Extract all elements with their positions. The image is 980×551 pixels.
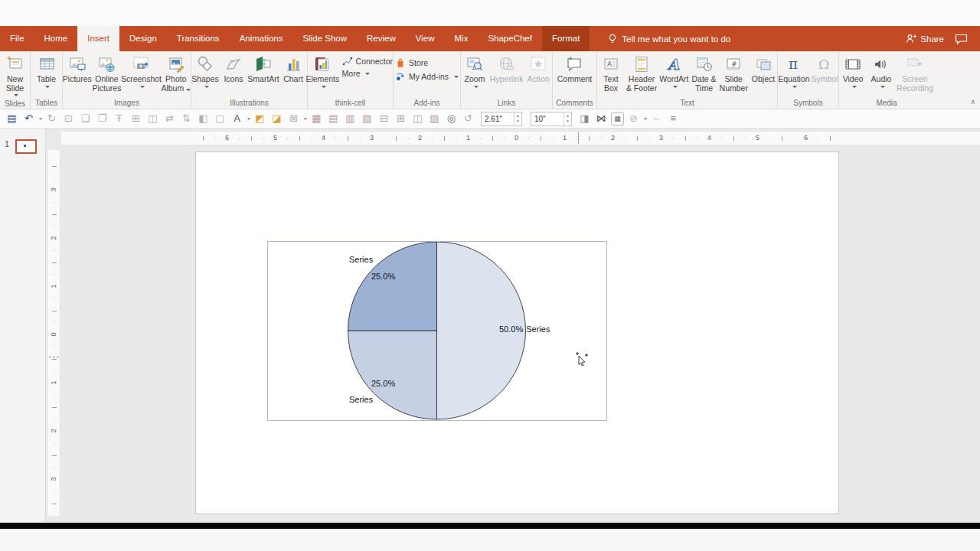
screenshot-icon: [132, 54, 150, 75]
merge-shapes-icon[interactable]: ◨: [577, 112, 592, 126]
save-icon[interactable]: ▤: [5, 112, 19, 126]
share-button[interactable]: Share: [906, 34, 944, 44]
hruler-dot: [239, 139, 240, 139]
height-field[interactable]: 10"▲▼: [531, 112, 572, 126]
screenshot-dropdown: [140, 86, 145, 88]
collapse-ribbon-icon[interactable]: ∧: [970, 98, 975, 106]
width-field[interactable]: 2.61"▲▼: [481, 112, 522, 126]
hruler-dot: [528, 139, 529, 139]
elements-button[interactable]: Elements: [308, 53, 338, 90]
audio-button[interactable]: Audio: [867, 53, 895, 90]
share-label: Share: [920, 34, 944, 44]
shadow-text-icon-dropdown[interactable]: [247, 118, 250, 120]
connector-icon: [342, 57, 353, 66]
equation-button[interactable]: π Equation: [778, 53, 810, 90]
hruler-dot: [673, 139, 674, 139]
hruler-number: 4: [321, 134, 327, 142]
wordart-icon: A: [665, 54, 683, 75]
pie-slice-25-percent-bottom[interactable]: [348, 331, 437, 419]
comments-pane-icon[interactable]: [955, 34, 968, 44]
vertical-ruler[interactable]: 3210123: [47, 150, 60, 516]
tab-mix[interactable]: Mix: [445, 26, 479, 51]
undo-icon[interactable]: ↶: [21, 112, 36, 126]
tab-slide-show[interactable]: Slide Show: [293, 26, 358, 51]
chart-button[interactable]: Chart: [279, 53, 307, 85]
online-pictures-button[interactable]: OnlinePictures: [93, 53, 122, 93]
date-time-button[interactable]: Date &Time: [691, 53, 718, 93]
pie-label-bottom-series: Series: [349, 395, 373, 404]
tab-strip: FileHomeInsertDesignTransitionsAnimation…: [0, 26, 590, 51]
flip-shape-icon[interactable]: ⋈: [594, 112, 609, 126]
smartart-button[interactable]: SmartArt: [248, 53, 279, 85]
screenshot-button[interactable]: Screenshot: [122, 53, 160, 90]
tab-view[interactable]: View: [406, 26, 445, 51]
shapes-button[interactable]: Shapes: [191, 53, 219, 90]
more-button[interactable]: More: [342, 69, 393, 78]
ribbon-group-tables: Table Tables: [31, 51, 63, 109]
tell-me-box[interactable]: Tell me what you want to do: [597, 26, 741, 51]
photo-album-button[interactable]: PhotoAlbum: [162, 53, 191, 93]
table-rows-icon: ⊟: [377, 112, 391, 126]
zoom-button[interactable]: Zoom: [461, 53, 488, 90]
hruler-dot: [215, 139, 216, 139]
hruler-dot: [601, 139, 602, 139]
tab-file[interactable]: File: [0, 26, 34, 51]
text-box-button[interactable]: A TextBox: [597, 53, 625, 93]
table-button[interactable]: Table: [33, 53, 60, 90]
tab-review[interactable]: Review: [357, 26, 406, 51]
svg-text:A: A: [667, 56, 680, 73]
my-addins-dropdown: [454, 76, 459, 78]
my-addins-button[interactable]: My Add-ins: [395, 71, 459, 82]
horizontal-ruler[interactable]: 6543210123456: [61, 131, 980, 145]
pictures-button[interactable]: Pictures: [63, 53, 92, 85]
vruler-dot: [54, 274, 54, 275]
tab-format[interactable]: Format: [542, 26, 590, 51]
tell-me-label: Tell me what you want to do: [622, 34, 730, 44]
hruler-dot: [818, 139, 818, 139]
chart-selection-frame[interactable]: Series 25.0% 50.0% Series 25.0% Series: [267, 241, 607, 421]
icons-button[interactable]: Icons: [220, 53, 247, 85]
quick-toolbar: ▤↶↻⊡❏❐Ŧ⊞◫⇄⇅◧▢A◩◪⊠▦▤▥▧⊟⊞◫▨◎↺2.61"▲▼10"▲▼◨…: [0, 109, 980, 129]
bring-forward-icon[interactable]: ◩: [253, 112, 267, 126]
tab-shapechef[interactable]: ShapeChef: [478, 26, 542, 51]
pie-chart[interactable]: [268, 242, 606, 420]
photo-album-icon: [167, 54, 185, 75]
header-footer-button[interactable]: Header& Footer: [626, 53, 658, 93]
svg-text:Ω: Ω: [818, 57, 829, 72]
vruler-tick: [52, 311, 57, 311]
table-icon: [38, 54, 56, 75]
hruler-dot: [384, 139, 384, 139]
chart-frame-icon[interactable]: ▦: [611, 112, 624, 126]
shadow-text-icon[interactable]: A: [230, 112, 244, 126]
video-dropdown: [852, 86, 857, 88]
slide-canvas[interactable]: Series 25.0% 50.0% Series 25.0% Series: [195, 152, 839, 514]
hruler-number: 3: [369, 134, 375, 142]
tab-transitions[interactable]: Transitions: [167, 26, 230, 51]
comment-button[interactable]: Comment: [555, 53, 595, 85]
wordart-button[interactable]: A WordArt: [658, 53, 689, 90]
connector-button[interactable]: Connector: [342, 57, 393, 66]
vruler-tick: [52, 359, 57, 360]
slide-thumbnail[interactable]: [15, 139, 37, 154]
tab-home[interactable]: Home: [34, 26, 78, 51]
delete-element-icon-dropdown: [304, 118, 307, 120]
hruler-number: 6: [224, 134, 230, 142]
shapes-icon: [196, 54, 214, 75]
object-button[interactable]: Object: [750, 53, 777, 85]
hruler-dot: [408, 139, 409, 139]
tab-design[interactable]: Design: [119, 26, 167, 51]
tab-insert[interactable]: Insert: [77, 26, 119, 51]
crop-fit-icon[interactable]: ◎: [444, 112, 459, 126]
tab-animations[interactable]: Animations: [230, 26, 293, 51]
vruler-dot: [54, 202, 54, 203]
toolbar-overflow-icon[interactable]: ≡: [666, 112, 681, 126]
undo-icon-dropdown[interactable]: [39, 118, 42, 120]
date-time-icon: [695, 54, 714, 75]
new-slide-button[interactable]: NewSlide: [2, 53, 29, 99]
vruler-dot: [54, 370, 54, 371]
slide-number-button[interactable]: # SlideNumber: [719, 53, 750, 93]
hruler-dot: [480, 139, 481, 139]
store-button[interactable]: Store: [395, 57, 428, 68]
video-button[interactable]: Video: [839, 53, 867, 90]
send-backward-icon[interactable]: ◪: [270, 112, 284, 126]
